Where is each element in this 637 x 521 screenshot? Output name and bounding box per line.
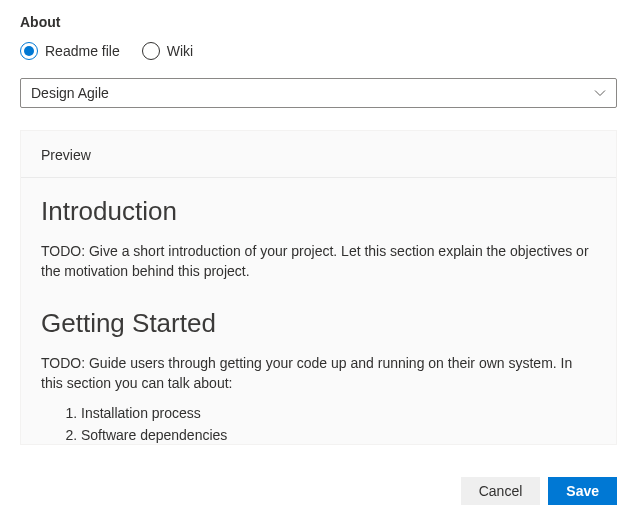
- preview-heading-introduction: Introduction: [41, 196, 596, 227]
- preview-card: Preview Introduction TODO: Give a short …: [20, 130, 617, 445]
- repo-select-dropdown[interactable]: Design Agile: [20, 78, 617, 108]
- radio-label: Wiki: [167, 43, 193, 59]
- preview-paragraph: TODO: Guide users through getting your c…: [41, 353, 596, 394]
- radio-readme-file[interactable]: Readme file: [20, 42, 120, 60]
- radio-wiki[interactable]: Wiki: [142, 42, 193, 60]
- radio-unchecked-icon: [142, 42, 160, 60]
- dropdown-value: Design Agile: [31, 85, 109, 101]
- footer-actions: Cancel Save: [461, 477, 617, 505]
- save-button[interactable]: Save: [548, 477, 617, 505]
- radio-label: Readme file: [45, 43, 120, 59]
- chevron-down-icon: [594, 87, 606, 99]
- list-item: Installation process: [81, 403, 596, 425]
- preview-tab[interactable]: Preview: [21, 131, 616, 178]
- cancel-button[interactable]: Cancel: [461, 477, 541, 505]
- about-source-radio-group: Readme file Wiki: [20, 42, 617, 60]
- radio-checked-icon: [20, 42, 38, 60]
- preview-body: Introduction TODO: Give a short introduc…: [21, 178, 616, 444]
- section-label-about: About: [20, 14, 617, 30]
- preview-paragraph: TODO: Give a short introduction of your …: [41, 241, 596, 282]
- preview-ordered-list: Installation process Software dependenci…: [41, 403, 596, 444]
- preview-heading-getting-started: Getting Started: [41, 308, 596, 339]
- list-item: Software dependencies: [81, 425, 596, 444]
